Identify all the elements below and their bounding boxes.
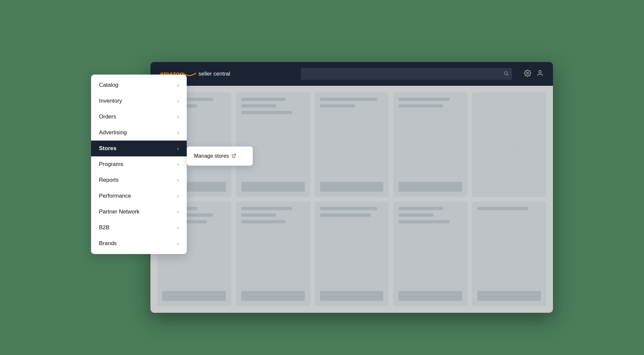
- svg-point-4: [539, 70, 541, 73]
- skeleton-btn: [241, 291, 305, 301]
- user-icon: [536, 70, 544, 77]
- skeleton: [241, 111, 292, 114]
- skeleton: [320, 98, 377, 101]
- chevron-right-icon: ›: [177, 162, 179, 167]
- chevron-right-icon: ›: [177, 82, 179, 88]
- menu-item-partner-network[interactable]: Partner Network ›: [91, 204, 187, 220]
- skeleton: [399, 220, 449, 223]
- skeleton: [399, 207, 443, 210]
- stores-submenu-popup: Manage stores: [187, 146, 253, 166]
- menu-item-partner-network-label: Partner Network: [99, 209, 140, 215]
- chevron-right-icon: ›: [177, 98, 179, 104]
- content-card-10: [472, 202, 546, 306]
- spinner-container: [501, 132, 518, 158]
- content-card-3: [315, 92, 389, 197]
- manage-stores-item[interactable]: Manage stores: [187, 148, 253, 164]
- skeleton: [399, 98, 449, 101]
- menu-item-performance[interactable]: Performance ›: [91, 188, 187, 204]
- menu-item-stores[interactable]: Stores ›: [91, 141, 187, 156]
- loading-spinner: [501, 137, 518, 153]
- content-card-7: [236, 202, 310, 306]
- svg-line-5: [234, 154, 236, 156]
- menu-item-inventory-label: Inventory: [99, 98, 122, 104]
- skeleton: [241, 220, 286, 223]
- scene: amazon seller central: [91, 42, 553, 313]
- menu-item-reports[interactable]: Reports ›: [91, 172, 187, 188]
- skeleton: [241, 207, 292, 210]
- menu-item-inventory[interactable]: Inventory ›: [91, 93, 187, 109]
- menu-item-stores-label: Stores: [99, 145, 116, 152]
- menu-item-orders-label: Orders: [99, 113, 116, 120]
- topbar: amazon seller central: [150, 62, 553, 86]
- skeleton-btn: [399, 291, 462, 301]
- seller-central-text: seller central: [198, 71, 230, 77]
- content-card-8: [315, 202, 389, 306]
- manage-stores-label: Manage stores: [194, 153, 229, 159]
- settings-icon: [524, 70, 531, 77]
- skeleton-btn: [320, 291, 384, 301]
- search-input[interactable]: [301, 68, 512, 80]
- menu-item-b2b-label: B2B: [99, 224, 110, 231]
- skeleton-btn: [320, 182, 384, 192]
- skeleton-btn: [162, 291, 226, 301]
- menu-item-advertising[interactable]: Advertising ›: [91, 125, 187, 141]
- search-wrapper: [301, 68, 512, 80]
- menu-item-catalog-label: Catalog: [99, 82, 118, 88]
- skeleton: [320, 104, 355, 108]
- menu-item-advertising-label: Advertising: [99, 129, 127, 136]
- skeleton: [320, 213, 371, 217]
- svg-line-2: [507, 75, 508, 76]
- skeleton: [399, 104, 443, 108]
- chevron-right-icon: ›: [177, 146, 179, 151]
- menu-item-brands[interactable]: Brands ›: [91, 236, 187, 251]
- menu-item-programs[interactable]: Programs ›: [91, 156, 187, 172]
- skeleton: [241, 98, 286, 101]
- search-button[interactable]: [503, 71, 509, 77]
- menu-item-reports-label: Reports: [99, 177, 119, 183]
- content-card-4: [393, 92, 467, 197]
- chevron-right-icon: ›: [177, 241, 179, 246]
- menu-item-orders[interactable]: Orders ›: [91, 109, 187, 125]
- menu-item-programs-label: Programs: [99, 161, 123, 168]
- content-card-5: [472, 92, 546, 197]
- user-button[interactable]: [536, 70, 544, 79]
- browser-window: amazon seller central: [150, 62, 553, 313]
- menu-item-performance-label: Performance: [99, 193, 131, 199]
- skeleton-btn: [241, 182, 305, 192]
- chevron-right-icon: ›: [177, 225, 179, 230]
- external-link-icon: [232, 153, 236, 159]
- search-icon: [503, 71, 509, 76]
- chevron-right-icon: ›: [177, 178, 179, 183]
- skeleton: [477, 207, 528, 210]
- chevron-right-icon: ›: [177, 130, 179, 135]
- chevron-right-icon: ›: [177, 209, 179, 214]
- menu-item-brands-label: Brands: [99, 240, 117, 247]
- skeleton: [320, 207, 377, 210]
- skeleton: [241, 213, 276, 217]
- skeleton-btn: [399, 182, 462, 192]
- menu-item-b2b[interactable]: B2B ›: [91, 220, 187, 236]
- skeleton: [399, 213, 434, 217]
- settings-button[interactable]: [524, 70, 531, 79]
- nav-dropdown-menu: Catalog › Inventory › Orders › Advertisi…: [91, 75, 187, 254]
- chevron-right-icon: ›: [177, 193, 179, 199]
- main-content: [150, 86, 553, 313]
- skeleton-btn: [477, 291, 541, 301]
- topbar-icons: [524, 70, 544, 79]
- content-card-2: [236, 92, 310, 197]
- svg-point-3: [527, 72, 529, 74]
- content-card-9: [393, 202, 467, 306]
- skeleton: [241, 104, 276, 108]
- menu-item-catalog[interactable]: Catalog ›: [91, 77, 187, 93]
- chevron-right-icon: ›: [177, 114, 179, 119]
